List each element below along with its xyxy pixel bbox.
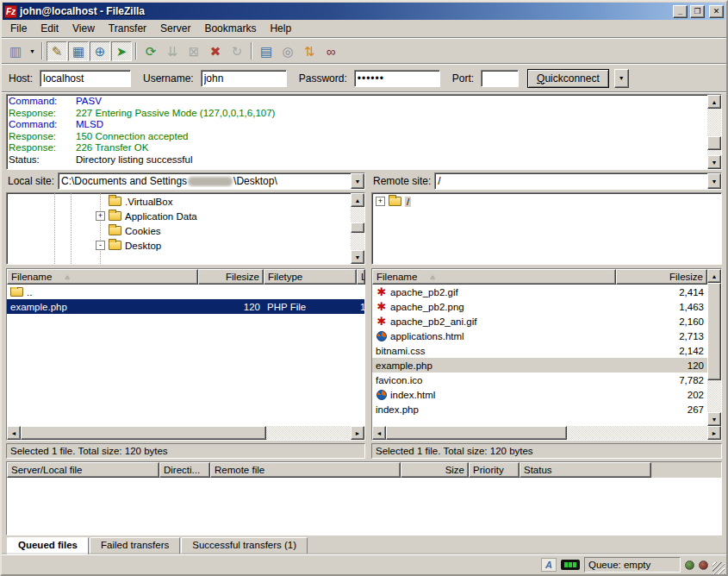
log-line: Response:150 Connection accepted [9,131,707,143]
log-scrollbar[interactable]: ▲ ▼ [707,95,721,169]
resize-grip[interactable] [712,562,725,574]
find-icon: ∞ [327,45,336,58]
remote-v-scrollbar[interactable]: ▲ ▼ [707,269,721,426]
column-header-filesize[interactable]: Filesize [616,269,707,285]
local-path-value: C:\Documents and Settings\Desktop\ [59,175,351,187]
quickconnect-button[interactable]: Quickconnect [527,69,609,88]
queue-column-header[interactable]: Priority [469,462,520,478]
tree-expander[interactable]: + [96,211,105,221]
refresh-button[interactable]: ⟳ [140,41,161,61]
queue-column-header[interactable]: Remote file [210,462,401,478]
toggle-log-button[interactable]: ✎ [47,41,67,61]
scroll-right-icon[interactable]: ► [707,426,721,440]
minimize-button[interactable]: _ [673,5,688,18]
tree-item[interactable]: - Desktop [7,238,351,253]
column-header-filetype[interactable]: Filetype [264,269,357,285]
site-manager-button[interactable]: ▥ [5,41,26,61]
vertical-splitter[interactable] [365,172,371,459]
file-row[interactable]: favicon.ico 7,782 [372,373,707,387]
scroll-down-icon[interactable]: ▼ [707,412,721,426]
queue-tab[interactable]: Failed transfers [90,537,180,554]
local-tree-scrollbar[interactable]: ▲ ▼ [351,193,364,264]
menu-item[interactable]: Transfer [102,21,153,36]
file-row[interactable]: example.php 120 [372,358,707,373]
file-row[interactable]: bitnami.css 2,142 [372,343,707,358]
close-button[interactable]: ✕ [709,5,724,18]
scroll-down-icon[interactable]: ▼ [351,250,364,264]
file-row[interactable]: .. [7,285,364,299]
scroll-thumb[interactable] [351,222,364,233]
password-input[interactable] [354,70,440,87]
chevron-down-icon[interactable]: ▼ [351,173,364,189]
scroll-thumb[interactable] [21,426,266,440]
quickconnect-dropdown[interactable]: ▼ [614,69,629,88]
scroll-thumb[interactable] [386,426,567,440]
remote-path-combo[interactable]: / ▼ [434,172,722,190]
file-row[interactable]: apache_pb2.png 1,463 [372,299,707,314]
file-row[interactable]: applications.html 2,713 [372,329,707,343]
maximize-button[interactable]: ❐ [690,5,705,18]
scroll-left-icon[interactable]: ◄ [372,426,386,440]
chevron-down-icon[interactable]: ▼ [707,173,721,189]
scroll-left-icon[interactable]: ◄ [7,426,21,440]
reconnect-button[interactable]: ↻ [227,41,247,61]
tree-expander[interactable]: - [96,241,105,250]
data-type-icon[interactable]: A [541,558,557,572]
log-line: Command:MLSD [9,119,707,131]
file-row[interactable]: index.html 202 [372,387,707,402]
site-manager-dropdown[interactable]: ▼ [27,41,38,61]
queue-tab[interactable]: Queued files [7,537,89,554]
toggle-local-tree-button[interactable]: ▦ [68,41,89,61]
tree-item[interactable]: Cookies [7,223,351,238]
scroll-up-icon[interactable]: ▲ [707,95,721,109]
username-input[interactable] [201,70,287,87]
column-header-filename[interactable]: Filename▲ [372,269,616,285]
queue-column-header[interactable]: Size [401,462,469,478]
scroll-up-icon[interactable]: ▲ [351,193,364,207]
menu-item[interactable]: Edit [34,21,65,36]
queue-tab[interactable]: Successful transfers (1) [181,537,308,554]
separator [2,91,726,93]
queue-column-header[interactable]: Directi... [159,462,210,478]
tree-item[interactable]: .VirtualBox [7,194,351,209]
toggle-remote-tree-button[interactable]: ⊕ [90,41,110,61]
column-header-filesize[interactable]: Filesize [198,269,264,285]
queue-status: Queue: empty [584,557,681,573]
queue-column-header[interactable]: Server/Local file [7,462,159,478]
local-h-scrollbar[interactable]: ◄ ► [7,426,364,440]
toggle-queue-button[interactable]: ➤ [111,41,132,61]
menu-item[interactable]: Bookmarks [197,21,263,36]
column-header-filename[interactable]: Filename▲ [7,269,198,285]
process-queue-button[interactable]: ⇊ [162,41,183,61]
file-row[interactable]: example.php 120 PHP File 1 [7,299,364,314]
file-row[interactable]: apache_pb2_ani.gif 2,160 [372,314,707,329]
scroll-down-icon[interactable]: ▼ [707,155,721,169]
activity-led-green-icon [685,560,694,570]
menu-item[interactable]: File [3,21,34,36]
local-path-combo[interactable]: C:\Documents and Settings\Desktop\ ▼ [58,172,365,190]
column-header-lastmodified[interactable]: L [357,269,365,285]
tree-item[interactable]: + Application Data [7,209,351,223]
tree-item[interactable]: + / [372,194,721,209]
filter-button[interactable]: ▤ [256,41,277,61]
file-row[interactable]: apache_pb2.gif 2,414 [372,285,707,299]
scroll-up-icon[interactable]: ▲ [707,269,721,283]
remote-h-scrollbar[interactable]: ◄ ► [372,426,721,440]
menu-item[interactable]: Server [153,21,197,36]
tree-expander[interactable]: + [376,197,385,206]
disconnect-button[interactable]: ✖ [205,41,226,61]
find-button[interactable]: ∞ [320,41,341,61]
scroll-right-icon[interactable]: ► [351,426,364,440]
scroll-thumb[interactable] [707,283,721,380]
menu-item[interactable]: Help [263,21,298,36]
compare-button[interactable]: ◎ [277,41,298,61]
menu-item[interactable]: View [65,21,102,36]
sync-browse-button[interactable]: ⇅ [299,41,320,61]
queue-column-header[interactable]: Status [520,462,651,478]
cancel-button[interactable]: ⊠ [184,41,204,61]
speed-limit-icon[interactable] [561,560,580,570]
scroll-thumb[interactable] [707,136,721,150]
host-input[interactable] [40,70,131,87]
port-input[interactable] [481,70,519,87]
file-row[interactable]: index.php 267 [372,402,707,416]
